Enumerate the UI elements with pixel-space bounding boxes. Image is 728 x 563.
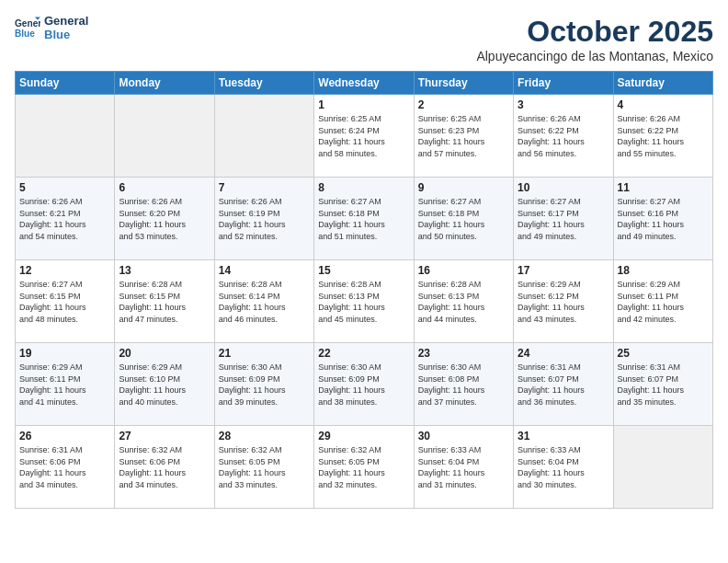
day-info: Sunrise: 6:27 AM Sunset: 6:17 PM Dayligh… [518, 196, 609, 242]
calendar-cell [613, 426, 712, 509]
day-info: Sunrise: 6:27 AM Sunset: 6:16 PM Dayligh… [618, 196, 709, 242]
day-number: 17 [518, 264, 609, 277]
day-number: 31 [518, 430, 609, 442]
day-info: Sunrise: 6:29 AM Sunset: 6:11 PM Dayligh… [618, 279, 709, 325]
calendar-cell: 16Sunrise: 6:28 AM Sunset: 6:13 PM Dayli… [414, 260, 513, 343]
day-number: 6 [119, 181, 210, 194]
day-info: Sunrise: 6:29 AM Sunset: 6:10 PM Dayligh… [119, 362, 210, 408]
calendar-cell [16, 95, 115, 178]
day-info: Sunrise: 6:28 AM Sunset: 6:14 PM Dayligh… [219, 279, 310, 325]
day-number: 7 [219, 181, 310, 194]
day-info: Sunrise: 6:25 AM Sunset: 6:24 PM Dayligh… [318, 113, 409, 159]
day-info: Sunrise: 6:33 AM Sunset: 6:04 PM Dayligh… [518, 444, 609, 490]
calendar-cell: 6Sunrise: 6:26 AM Sunset: 6:20 PM Daylig… [115, 178, 214, 260]
weekday-header-saturday: Saturday [613, 72, 712, 95]
day-info: Sunrise: 6:32 AM Sunset: 6:05 PM Dayligh… [219, 444, 310, 490]
day-info: Sunrise: 6:26 AM Sunset: 6:21 PM Dayligh… [19, 196, 110, 242]
calendar-cell: 9Sunrise: 6:27 AM Sunset: 6:18 PM Daylig… [414, 178, 513, 260]
day-info: Sunrise: 6:32 AM Sunset: 6:05 PM Dayligh… [318, 444, 409, 490]
weekday-header-wednesday: Wednesday [314, 72, 414, 95]
day-info: Sunrise: 6:26 AM Sunset: 6:22 PM Dayligh… [518, 113, 609, 159]
day-info: Sunrise: 6:26 AM Sunset: 6:19 PM Dayligh… [219, 196, 310, 242]
calendar-cell [214, 95, 313, 178]
day-number: 23 [418, 347, 509, 360]
weekday-header-monday: Monday [115, 72, 214, 95]
day-info: Sunrise: 6:28 AM Sunset: 6:13 PM Dayligh… [318, 279, 409, 325]
week-row-1: 1Sunrise: 6:25 AM Sunset: 6:24 PM Daylig… [16, 95, 713, 178]
calendar-cell: 22Sunrise: 6:30 AM Sunset: 6:09 PM Dayli… [314, 343, 414, 426]
day-number: 8 [318, 181, 409, 194]
day-number: 12 [19, 264, 110, 277]
day-number: 11 [618, 181, 709, 194]
day-number: 3 [518, 98, 609, 111]
day-info: Sunrise: 6:27 AM Sunset: 6:15 PM Dayligh… [19, 279, 110, 325]
day-number: 9 [418, 181, 509, 194]
week-row-2: 5Sunrise: 6:26 AM Sunset: 6:21 PM Daylig… [16, 178, 713, 260]
day-info: Sunrise: 6:31 AM Sunset: 6:06 PM Dayligh… [19, 444, 110, 490]
day-number: 5 [19, 181, 110, 194]
calendar-cell: 2Sunrise: 6:25 AM Sunset: 6:23 PM Daylig… [414, 95, 513, 178]
month-title: October 2025 [476, 15, 713, 49]
calendar-cell: 14Sunrise: 6:28 AM Sunset: 6:14 PM Dayli… [214, 260, 313, 343]
weekday-header-tuesday: Tuesday [214, 72, 313, 95]
day-info: Sunrise: 6:29 AM Sunset: 6:11 PM Dayligh… [19, 362, 110, 408]
day-info: Sunrise: 6:27 AM Sunset: 6:18 PM Dayligh… [418, 196, 509, 242]
day-number: 27 [119, 430, 210, 442]
logo-icon: General Blue [15, 16, 40, 41]
logo-text-blue: Blue [44, 29, 88, 42]
weekday-header-thursday: Thursday [414, 72, 513, 95]
calendar-cell: 3Sunrise: 6:26 AM Sunset: 6:22 PM Daylig… [514, 95, 613, 178]
day-number: 1 [318, 98, 409, 111]
day-info: Sunrise: 6:30 AM Sunset: 6:09 PM Dayligh… [219, 362, 310, 408]
calendar-cell: 18Sunrise: 6:29 AM Sunset: 6:11 PM Dayli… [613, 260, 712, 343]
day-number: 29 [318, 430, 409, 442]
svg-text:General: General [15, 18, 40, 29]
calendar-cell: 27Sunrise: 6:32 AM Sunset: 6:06 PM Dayli… [115, 426, 214, 509]
weekday-header-sunday: Sunday [16, 72, 115, 95]
day-info: Sunrise: 6:31 AM Sunset: 6:07 PM Dayligh… [618, 362, 709, 408]
calendar-cell: 28Sunrise: 6:32 AM Sunset: 6:05 PM Dayli… [214, 426, 313, 509]
svg-text:Blue: Blue [15, 29, 35, 39]
calendar-cell: 24Sunrise: 6:31 AM Sunset: 6:07 PM Dayli… [514, 343, 613, 426]
calendar-cell: 30Sunrise: 6:33 AM Sunset: 6:04 PM Dayli… [414, 426, 513, 509]
day-info: Sunrise: 6:26 AM Sunset: 6:22 PM Dayligh… [618, 113, 709, 159]
day-info: Sunrise: 6:31 AM Sunset: 6:07 PM Dayligh… [518, 362, 609, 408]
day-number: 16 [418, 264, 509, 277]
day-number: 20 [119, 347, 210, 360]
day-info: Sunrise: 6:26 AM Sunset: 6:20 PM Dayligh… [119, 196, 210, 242]
day-info: Sunrise: 6:27 AM Sunset: 6:18 PM Dayligh… [318, 196, 409, 242]
week-row-5: 26Sunrise: 6:31 AM Sunset: 6:06 PM Dayli… [16, 426, 713, 509]
day-number: 19 [19, 347, 110, 360]
day-info: Sunrise: 6:30 AM Sunset: 6:08 PM Dayligh… [418, 362, 509, 408]
calendar-cell: 5Sunrise: 6:26 AM Sunset: 6:21 PM Daylig… [16, 178, 115, 260]
day-info: Sunrise: 6:28 AM Sunset: 6:15 PM Dayligh… [119, 279, 210, 325]
week-row-3: 12Sunrise: 6:27 AM Sunset: 6:15 PM Dayli… [16, 260, 713, 343]
page-header: General Blue General Blue October 2025 A… [15, 15, 713, 63]
calendar-cell: 11Sunrise: 6:27 AM Sunset: 6:16 PM Dayli… [613, 178, 712, 260]
day-info: Sunrise: 6:33 AM Sunset: 6:04 PM Dayligh… [418, 444, 509, 490]
logo: General Blue General Blue [15, 15, 88, 42]
day-info: Sunrise: 6:32 AM Sunset: 6:06 PM Dayligh… [119, 444, 210, 490]
calendar-cell: 12Sunrise: 6:27 AM Sunset: 6:15 PM Dayli… [16, 260, 115, 343]
week-row-4: 19Sunrise: 6:29 AM Sunset: 6:11 PM Dayli… [16, 343, 713, 426]
day-number: 28 [219, 430, 310, 442]
day-number: 30 [418, 430, 509, 442]
day-number: 15 [318, 264, 409, 277]
calendar-cell: 25Sunrise: 6:31 AM Sunset: 6:07 PM Dayli… [613, 343, 712, 426]
calendar-cell [115, 95, 214, 178]
day-number: 14 [219, 264, 310, 277]
calendar-cell: 26Sunrise: 6:31 AM Sunset: 6:06 PM Dayli… [16, 426, 115, 509]
calendar-header-row: SundayMondayTuesdayWednesdayThursdayFrid… [16, 72, 713, 95]
day-number: 21 [219, 347, 310, 360]
calendar-cell: 31Sunrise: 6:33 AM Sunset: 6:04 PM Dayli… [514, 426, 613, 509]
calendar-cell: 8Sunrise: 6:27 AM Sunset: 6:18 PM Daylig… [314, 178, 414, 260]
calendar-cell: 7Sunrise: 6:26 AM Sunset: 6:19 PM Daylig… [214, 178, 313, 260]
day-info: Sunrise: 6:28 AM Sunset: 6:13 PM Dayligh… [418, 279, 509, 325]
calendar-cell: 13Sunrise: 6:28 AM Sunset: 6:15 PM Dayli… [115, 260, 214, 343]
logo-text-general: General [44, 15, 88, 29]
day-number: 4 [618, 98, 709, 111]
day-number: 18 [618, 264, 709, 277]
calendar-cell: 10Sunrise: 6:27 AM Sunset: 6:17 PM Dayli… [514, 178, 613, 260]
calendar-cell: 4Sunrise: 6:26 AM Sunset: 6:22 PM Daylig… [613, 95, 712, 178]
calendar-cell: 17Sunrise: 6:29 AM Sunset: 6:12 PM Dayli… [514, 260, 613, 343]
